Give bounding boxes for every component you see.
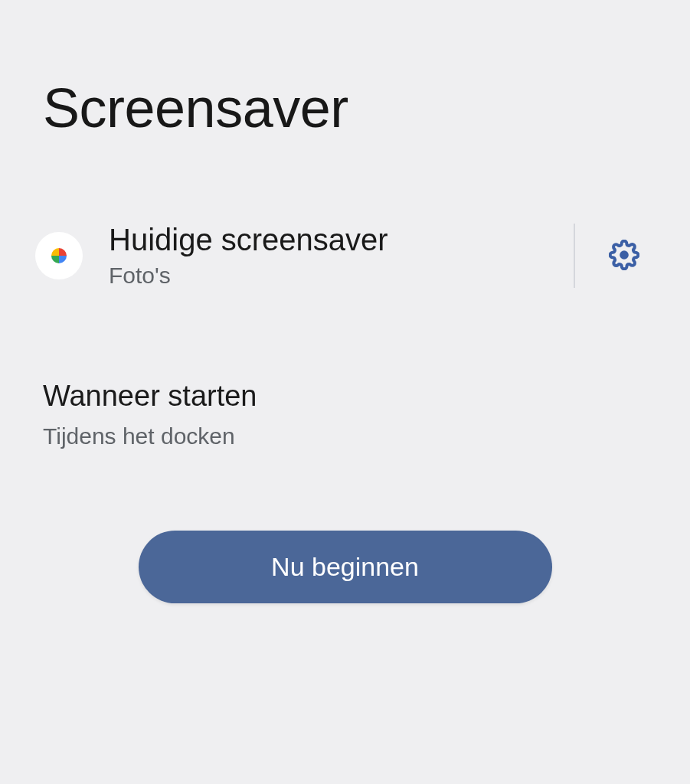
- when-to-start-row[interactable]: Wanneer starten Tijdens het docken: [0, 380, 690, 449]
- current-screensaver-labels: Huidige screensaver Foto's: [109, 223, 548, 289]
- current-screensaver-row[interactable]: Huidige screensaver Foto's: [0, 224, 690, 288]
- page-title: Screensaver: [0, 0, 690, 139]
- current-screensaver-value: Foto's: [109, 263, 548, 289]
- start-now-button[interactable]: Nu beginnen: [139, 531, 552, 603]
- when-to-start-title: Wanneer starten: [43, 380, 647, 413]
- screensaver-settings-button[interactable]: [601, 233, 647, 279]
- vertical-divider: [574, 224, 575, 288]
- when-to-start-value: Tijdens het docken: [43, 423, 647, 449]
- google-photos-icon: [35, 232, 83, 279]
- gear-icon: [609, 240, 639, 273]
- current-screensaver-title: Huidige screensaver: [109, 223, 548, 256]
